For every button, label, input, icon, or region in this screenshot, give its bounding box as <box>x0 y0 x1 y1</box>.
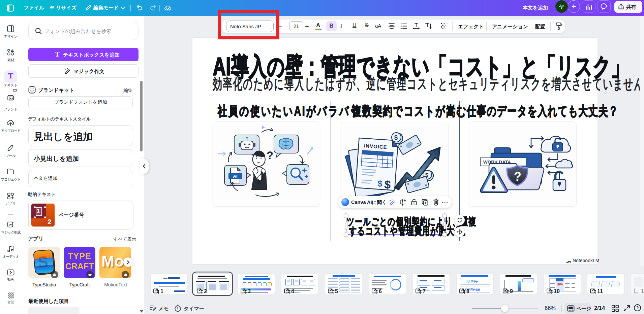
svg-text:$: $ <box>384 178 391 191</box>
svg-text:?: ? <box>514 170 521 183</box>
svg-text:$: $ <box>377 178 383 189</box>
svg-text:AI: AI <box>233 174 238 179</box>
svg-text:?: ? <box>267 149 273 162</box>
svg-text:$: $ <box>394 134 398 141</box>
